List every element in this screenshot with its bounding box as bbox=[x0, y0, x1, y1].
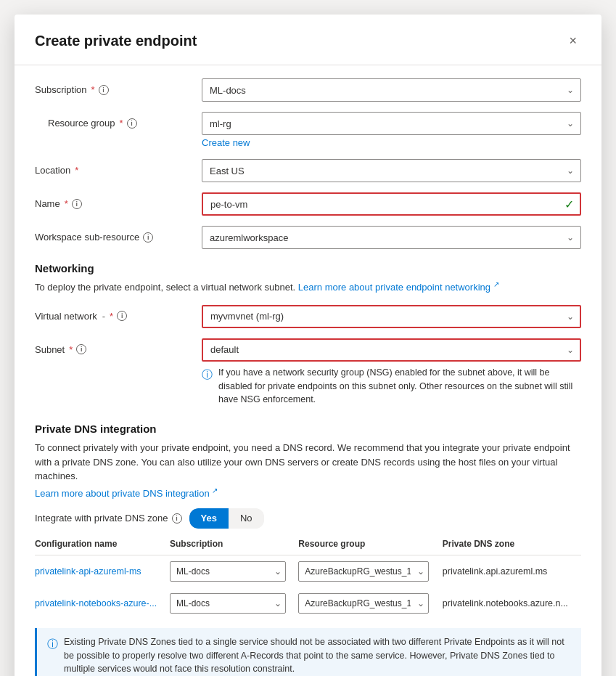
dns-learn-more-link[interactable]: Learn more about private DNS integration… bbox=[35, 488, 218, 499]
dns-zone-1: privatelink.api.azureml.ms bbox=[443, 555, 581, 587]
dns-table: Configuration name Subscription Resource… bbox=[35, 536, 581, 619]
networking-external-link-icon: ↗ bbox=[493, 280, 499, 288]
dialog-header: Create private endpoint × bbox=[35, 32, 581, 50]
row1-subscription-select[interactable]: ML-docs bbox=[170, 561, 286, 582]
subnet-select[interactable]: default bbox=[202, 338, 581, 362]
row1-subscription-wrapper: ML-docs ⌄ bbox=[170, 561, 286, 582]
subscription-select-wrapper: ML-docs ⌄ bbox=[202, 78, 581, 102]
location-select-wrapper: East US ⌄ bbox=[202, 159, 581, 182]
vnet-select-wrapper: myvmvnet (ml-rg) ⌄ bbox=[202, 305, 581, 328]
subscription-cell-1: ML-docs ⌄ bbox=[170, 555, 298, 587]
rg-cell-2: AzureBackupRG_westus_1 ⌄ bbox=[298, 587, 442, 619]
name-label: Name * i bbox=[35, 192, 202, 209]
subnet-control: default ⌄ ⓘ If you have a network securi… bbox=[202, 338, 581, 407]
warning-box: ⓘ Existing Private DNS Zones tied to a s… bbox=[35, 628, 581, 676]
subscription-select[interactable]: ML-docs bbox=[202, 78, 581, 102]
workspace-select[interactable]: azuremlworkspace bbox=[202, 226, 581, 249]
dns-info-text: To connect privately with your private e… bbox=[35, 441, 581, 484]
name-input[interactable] bbox=[202, 192, 581, 216]
table-row: privatelink-notebooks-azure-... ML-docs … bbox=[35, 587, 581, 619]
row1-rg-wrapper: AzureBackupRG_westus_1 ⌄ bbox=[298, 561, 429, 582]
workspace-select-wrapper: azuremlworkspace ⌄ bbox=[202, 226, 581, 249]
subscription-cell-2: ML-docs ⌄ bbox=[170, 587, 298, 619]
col-config-name: Configuration name bbox=[35, 536, 170, 555]
subscription-label: Subscription * i bbox=[35, 78, 202, 95]
resource-group-row: Resource group * i ml-rg ⌄ Create new bbox=[35, 112, 581, 149]
nsg-info-box: ⓘ If you have a network security group (… bbox=[202, 366, 581, 407]
create-new-link[interactable]: Create new bbox=[202, 137, 250, 148]
close-button[interactable]: × bbox=[564, 32, 581, 50]
rg-cell-1: AzureBackupRG_westus_1 ⌄ bbox=[298, 555, 442, 587]
col-resource-group: Resource group bbox=[298, 536, 442, 555]
toggle-group: Yes No bbox=[189, 508, 264, 529]
resource-group-select[interactable]: ml-rg bbox=[202, 112, 581, 135]
subnet-info-icon[interactable]: i bbox=[76, 344, 86, 354]
integrate-label: Integrate with private DNS zone i bbox=[35, 513, 182, 524]
location-control: East US ⌄ bbox=[202, 159, 581, 182]
subscription-info-icon[interactable]: i bbox=[99, 85, 109, 95]
dns-external-link-icon: ↗ bbox=[212, 486, 218, 494]
subnet-row: Subnet * i default ⌄ ⓘ If you have a net… bbox=[35, 338, 581, 407]
toggle-yes-button[interactable]: Yes bbox=[189, 508, 229, 529]
warning-info-icon: ⓘ bbox=[47, 636, 58, 676]
subnet-label: Subnet * i bbox=[35, 338, 202, 355]
workspace-row: Workspace sub-resource i azuremlworkspac… bbox=[35, 226, 581, 249]
create-private-endpoint-dialog: Create private endpoint × Subscription *… bbox=[15, 15, 601, 676]
virtual-network-control: myvmvnet (ml-rg) ⌄ bbox=[202, 305, 581, 328]
name-check-icon: ✓ bbox=[564, 197, 574, 211]
nsg-info-icon: ⓘ bbox=[202, 367, 213, 407]
networking-section-title: Networking bbox=[35, 262, 581, 274]
location-row: Location * East US ⌄ bbox=[35, 159, 581, 182]
subscription-row: Subscription * i ML-docs ⌄ bbox=[35, 78, 581, 102]
name-info-icon[interactable]: i bbox=[72, 199, 82, 209]
warning-text: Existing Private DNS Zones tied to a sin… bbox=[64, 635, 571, 676]
header-divider bbox=[15, 65, 601, 65]
dns-zone-2: privatelink.notebooks.azure.n... bbox=[443, 587, 581, 619]
location-select[interactable]: East US bbox=[202, 159, 581, 182]
config-name-2: privatelink-notebooks-azure-... bbox=[35, 587, 170, 619]
vnet-required-star: * bbox=[110, 311, 113, 322]
row2-rg-select[interactable]: AzureBackupRG_westus_1 bbox=[298, 593, 429, 614]
virtual-network-label: Virtual network - * i bbox=[35, 305, 202, 322]
name-required-star: * bbox=[65, 198, 68, 209]
row2-subscription-wrapper: ML-docs ⌄ bbox=[170, 593, 286, 614]
table-row: privatelink-api-azureml-ms ML-docs ⌄ Azu… bbox=[35, 555, 581, 587]
name-control: ✓ bbox=[202, 192, 581, 216]
col-subscription: Subscription bbox=[170, 536, 298, 555]
virtual-network-row: Virtual network - * i myvmvnet (ml-rg) ⌄ bbox=[35, 305, 581, 328]
dns-section-title: Private DNS integration bbox=[35, 423, 581, 435]
row2-subscription-select[interactable]: ML-docs bbox=[170, 593, 286, 614]
workspace-info-icon[interactable]: i bbox=[143, 232, 153, 243]
col-dns-zone: Private DNS zone bbox=[443, 536, 581, 555]
location-label: Location * bbox=[35, 159, 202, 176]
rg-select-wrapper: ml-rg ⌄ bbox=[202, 112, 581, 135]
subscription-control: ML-docs ⌄ bbox=[202, 78, 581, 102]
name-row: Name * i ✓ bbox=[35, 192, 581, 216]
virtual-network-select[interactable]: myvmvnet (ml-rg) bbox=[202, 305, 581, 328]
rg-required-star: * bbox=[120, 118, 123, 129]
name-input-wrap: ✓ bbox=[202, 192, 581, 216]
resource-group-control: ml-rg ⌄ Create new bbox=[202, 112, 581, 149]
workspace-label: Workspace sub-resource i bbox=[35, 226, 202, 243]
integrate-info-icon[interactable]: i bbox=[172, 513, 182, 524]
vnet-info-icon[interactable]: i bbox=[117, 311, 127, 321]
row1-rg-select[interactable]: AzureBackupRG_westus_1 bbox=[298, 561, 429, 582]
integrate-row: Integrate with private DNS zone i Yes No bbox=[35, 508, 581, 529]
config-name-1: privatelink-api-azureml-ms bbox=[35, 555, 170, 587]
networking-learn-more-link[interactable]: Learn more about private endpoint networ… bbox=[298, 282, 499, 293]
dialog-title: Create private endpoint bbox=[35, 33, 197, 49]
location-required-star: * bbox=[75, 165, 78, 176]
networking-info-text: To deploy the private endpoint, select a… bbox=[35, 279, 581, 295]
row2-rg-wrapper: AzureBackupRG_westus_1 ⌄ bbox=[298, 593, 429, 614]
rg-info-icon[interactable]: i bbox=[127, 118, 137, 129]
subnet-required-star: * bbox=[69, 344, 73, 355]
workspace-control: azuremlworkspace ⌄ bbox=[202, 226, 581, 249]
virtual-network-dash: - bbox=[102, 311, 105, 322]
toggle-no-button[interactable]: No bbox=[229, 508, 264, 529]
resource-group-label: Resource group * i bbox=[35, 112, 202, 129]
subnet-select-wrapper: default ⌄ bbox=[202, 338, 581, 362]
required-star: * bbox=[91, 84, 95, 95]
dns-table-header-row: Configuration name Subscription Resource… bbox=[35, 536, 581, 555]
